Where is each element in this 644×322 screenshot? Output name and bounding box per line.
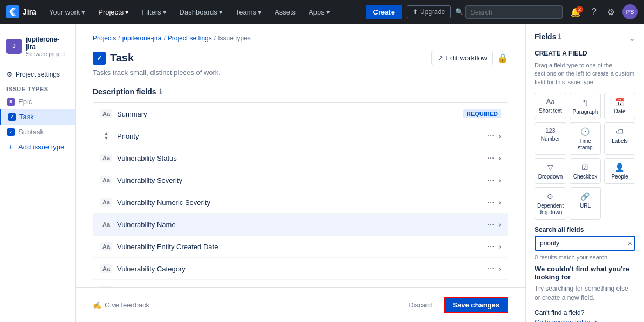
field-type-icon: Aa [100,174,113,187]
field-type-paragraph[interactable]: ¶ Paragraph [570,93,601,119]
breadcrumb-projects[interactable]: Projects [93,35,116,42]
field-type-date[interactable]: 📅 Date [604,93,635,119]
search-icon: 🔍 [455,8,463,16]
field-more-button[interactable]: ··· [485,241,496,252]
avatar[interactable]: PS [622,4,638,19]
workflow-icon: ↗ [437,54,443,62]
breadcrumb: Projects / jupiterone-jira / Project set… [93,35,508,42]
subtask-icon: ✓ [6,128,15,136]
search-clear-button[interactable]: × [628,239,632,248]
nav-your-work[interactable]: Your work ▾ [45,6,90,18]
labels-icon: 🏷 [616,127,624,136]
timestamp-icon: 🕐 [580,127,590,136]
header-actions: ↗ Edit workflow 🔒 [431,51,508,65]
lock-icon[interactable]: 🔒 [497,53,508,63]
fields-table: Aa Summary REQUIRED ▲ ▼ Priority [93,102,508,287]
field-type-url[interactable]: 🔗 URL [570,187,601,220]
go-to-custom-fields-link[interactable]: Go to custom fields ↗ [535,319,635,322]
edit-workflow-button[interactable]: ↗ Edit workflow [431,51,493,65]
field-type-icon: Aa [100,196,113,209]
field-chevron-icon[interactable]: › [498,176,501,184]
sidebar-item-subtask[interactable]: ✓ Subtask [0,125,75,140]
field-chevron-icon[interactable]: › [498,132,501,140]
url-icon: 🔗 [580,192,590,201]
field-chevron-icon[interactable]: › [498,220,501,229]
field-type-icon: Aa [100,218,113,231]
no-results-text: Try searching for something else or crea… [535,284,635,303]
required-badge: REQUIRED [463,109,501,118]
external-link-icon: ↗ [592,319,597,322]
nav-teams[interactable]: Teams ▾ [231,6,266,18]
field-row-vuln-numeric-severity: Aa Vulnerability Numeric Severity ··· › [93,191,508,214]
number-icon: 123 [545,127,555,134]
nav-projects[interactable]: Projects ▾ [94,6,133,18]
field-type-labels[interactable]: 🏷 Labels [604,122,635,155]
nav-filters[interactable]: Filters ▾ [138,6,170,18]
search-field-input[interactable] [535,236,635,251]
create-button[interactable]: Create [366,5,402,19]
sidebar: J jupiterone-jira Software project ⚙ Pro… [0,24,76,322]
field-types-grid: Aa Short text ¶ Paragraph 📅 Date 123 Num… [535,93,635,220]
field-chevron-icon[interactable]: › [498,264,501,273]
add-icon: + [6,143,15,152]
settings-button[interactable]: ⚙ [604,5,618,19]
field-name: Vulnerability Numeric Severity [117,198,485,207]
field-chevron-icon[interactable]: › [498,198,501,207]
no-results-title: We couldn't find what you're looking for [535,265,635,281]
settings-icon: ⚙ [6,71,12,78]
field-more-button[interactable]: ··· [485,196,496,208]
field-type-checkbox[interactable]: ☑ Checkbox [570,158,601,184]
sidebar-item-project-settings[interactable]: ⚙ Project settings [0,67,75,81]
field-actions: ··· › [485,241,501,252]
sidebar-project: J jupiterone-jira Software project [0,30,75,63]
sidebar-item-task[interactable]: ✓ Task [0,109,75,125]
info-icon[interactable]: ℹ [159,88,162,96]
breadcrumb-project-settings[interactable]: Project settings [168,35,212,42]
project-info: jupiterone-jira Software project [26,36,68,57]
breadcrumb-project[interactable]: jupiterone-jira [122,35,162,42]
nav-apps[interactable]: Apps ▾ [304,6,334,18]
collapse-button[interactable]: ⌄ [628,33,635,43]
right-panel: Fields ℹ ⌄ CREATE A FIELD Drag a field t… [525,24,644,322]
sidebar-item-add-issue-type[interactable]: + Add issue type [0,140,75,155]
logo[interactable]: Jira [6,5,36,18]
field-more-button[interactable]: ··· [485,263,496,275]
field-type-short-text[interactable]: Aa Short text [535,93,566,119]
notifications-button[interactable]: 🔔 2 [567,5,584,19]
save-changes-button[interactable]: Save changes [444,297,508,313]
date-icon: 📅 [615,98,624,106]
field-more-button[interactable]: ··· [485,218,496,230]
field-type-timestamp[interactable]: 🕐 Time stamp [570,122,601,155]
create-field-header: CREATE A FIELD [535,50,635,57]
field-type-dropdown[interactable]: ▽ Dropdown [535,158,566,184]
breadcrumb-current: Issue types [218,35,251,42]
project-name: jupiterone-jira [26,36,68,51]
help-button[interactable]: ? [588,5,600,19]
field-more-button[interactable]: ··· [485,130,496,142]
field-type-icon: Aa [100,107,113,120]
field-more-button[interactable]: ··· [485,174,496,186]
field-type-number[interactable]: 123 Number [535,122,566,155]
notification-badge: 2 [576,6,583,13]
field-name: Priority [117,132,485,140]
field-chevron-icon[interactable]: › [498,154,501,162]
main-content: Projects / jupiterone-jira / Project set… [76,24,525,287]
field-type-people[interactable]: 👤 People [604,158,635,184]
field-chevron-icon[interactable]: › [498,242,501,251]
upgrade-button[interactable]: ⬆ Upgrade [407,5,451,18]
nav-assets[interactable]: Assets [270,6,300,18]
top-search-input[interactable] [465,5,563,19]
give-feedback-button[interactable]: ✍ Give feedback [93,301,149,309]
cant-find-label: Can't find a field? [535,309,635,317]
field-name: Vulnerability Severity [117,176,485,184]
panel-info-icon[interactable]: ℹ [558,33,561,40]
section-header: Description fields ℹ [93,87,508,96]
nav-dashboards[interactable]: Dashboards ▾ [175,6,227,18]
page-title-row: ✓ Task [93,52,134,65]
field-name: Vulnerability Category [117,265,485,273]
sidebar-item-epic[interactable]: E Epic [0,94,75,109]
field-row-priority: ▲ ▼ Priority ··· › [93,125,508,147]
field-more-button[interactable]: ··· [485,152,496,164]
discard-button[interactable]: Discard [403,298,437,312]
field-type-dependent-dropdown[interactable]: ⊙ Dependent dropdown [535,187,566,220]
